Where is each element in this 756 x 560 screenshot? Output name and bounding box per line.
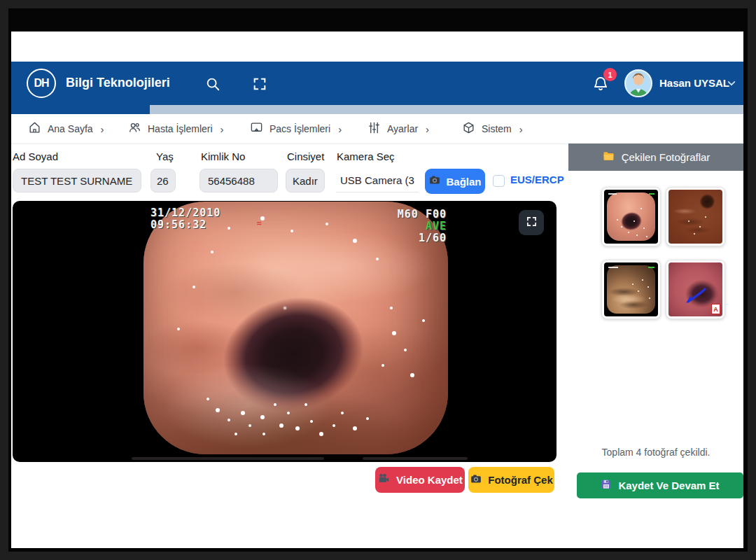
video-bottom-bar <box>363 457 468 460</box>
home-icon <box>28 121 41 136</box>
camera-select[interactable] <box>336 169 419 192</box>
age-label: Yaş <box>156 150 174 162</box>
video-bottom-bar <box>132 457 324 460</box>
record-video-button[interactable]: Video Kaydet <box>375 467 465 493</box>
brand-title: Bilgi Teknolojileri <box>66 76 170 90</box>
camera-icon <box>428 175 441 188</box>
take-photo-button[interactable]: Fotoğraf Çek <box>468 467 554 493</box>
connect-button[interactable]: Bağlan <box>425 169 485 194</box>
fullscreen-icon[interactable] <box>252 76 267 92</box>
nav-label: Pacs İşlemleri <box>270 123 330 134</box>
id-label: Kimlik No <box>201 150 245 162</box>
video-ave: AVE <box>398 220 447 232</box>
nav-item-ana-sayfa[interactable]: Ana Sayfa › <box>28 114 104 144</box>
nav-item-sistem[interactable]: Sistem › <box>462 114 523 144</box>
age-field[interactable] <box>150 169 176 192</box>
folder-icon <box>602 150 615 164</box>
eus-ercp-checkbox[interactable] <box>493 175 505 187</box>
nav-label: Hasta İşlemleri <box>148 123 213 134</box>
id-field[interactable] <box>200 169 278 192</box>
nav-chevron-icon: › <box>426 123 429 135</box>
notification-badge: 1 <box>603 68 617 81</box>
video-status-overlay: M60 F00 AVE 1/60 <box>398 209 447 244</box>
nav-chevron-icon: › <box>338 123 342 135</box>
photo-count-caption: Toplam 4 fotoğraf çekildi. <box>568 447 743 458</box>
nav-item-hasta-islemleri[interactable]: Hasta İşlemleri › <box>128 114 224 144</box>
video-mode: M60 F00 <box>398 209 447 220</box>
nav-chevron-icon: › <box>101 123 104 135</box>
photo-thumbnail-4[interactable]: A <box>666 260 725 319</box>
nav-label: Ayarlar <box>387 123 418 134</box>
patients-icon <box>128 121 141 136</box>
endoscopy-photo-3 <box>604 262 658 316</box>
monitor-icon <box>250 121 263 136</box>
main-nav: Ana Sayfa › Hasta İşlemleri › Pacs İşlem… <box>11 114 743 144</box>
nav-chevron-icon: › <box>519 123 523 135</box>
captured-photos-header: Çekilen Fotoğraflar <box>568 144 743 171</box>
nav-label: Sistem <box>482 123 512 134</box>
camera-icon <box>470 474 482 486</box>
captured-photos-title: Çekilen Fotoğraflar <box>622 151 710 163</box>
user-avatar[interactable] <box>624 69 652 97</box>
horizontal-scrollbar[interactable] <box>11 105 743 114</box>
camera-label: Kamera Seç <box>337 150 395 162</box>
captured-photos-panel: Çekilen Fotoğraflar <box>568 144 743 548</box>
video-timestamp: 31/12/2010 09:56:32 <box>150 207 220 231</box>
endoscopy-photo-1 <box>604 190 658 244</box>
photo-marker-badge: A <box>711 304 720 314</box>
video-ratio: 1/60 <box>398 232 447 244</box>
video-camera-icon <box>377 473 391 486</box>
nav-item-pacs-islemleri[interactable]: Pacs İşlemleri › <box>250 114 342 144</box>
name-field[interactable] <box>13 169 141 192</box>
user-name[interactable]: Hasan UYSAL <box>659 77 729 89</box>
gender-label: Cinsiyet <box>287 150 324 162</box>
take-photo-label: Fotoğraf Çek <box>488 474 553 486</box>
scrollbar-thumb[interactable] <box>11 105 150 114</box>
save-and-continue-button[interactable]: Kaydet Ve Devam Et <box>577 472 743 498</box>
nav-item-ayarlar[interactable]: Ayarlar › <box>368 114 429 144</box>
nav-chevron-icon: › <box>220 123 224 135</box>
sliders-icon <box>368 121 381 136</box>
app-header: DH Bilgi Teknolojileri 1 Hasan UYSAL <box>11 62 743 105</box>
expand-icon <box>526 216 538 230</box>
floppy-disk-icon <box>601 479 612 492</box>
endoscopy-photo-4: A <box>668 262 722 316</box>
photo-thumbnail-2[interactable] <box>666 187 725 246</box>
nav-label: Ana Sayfa <box>48 123 93 134</box>
record-video-label: Video Kaydet <box>396 474 463 486</box>
video-time: 09:56:32 <box>150 219 220 231</box>
connect-button-label: Bağlan <box>446 176 481 188</box>
gender-field[interactable] <box>286 169 325 192</box>
name-label: Ad Soyad <box>13 150 58 162</box>
package-icon <box>462 121 475 136</box>
photo-thumbnail-3[interactable] <box>601 260 661 319</box>
eus-ercp-label[interactable]: EUS/ERCP <box>510 174 564 186</box>
video-fullscreen-button[interactable] <box>519 210 544 235</box>
search-icon[interactable] <box>205 76 220 92</box>
video-date: 31/12/2010 <box>150 207 220 219</box>
chevron-down-icon[interactable] <box>727 78 736 91</box>
red-annotation-mark: ≈ <box>256 218 262 229</box>
logo-text: DH <box>34 77 48 90</box>
notification-bell-icon[interactable]: 1 <box>592 74 610 94</box>
photo-thumbnail-1[interactable] <box>601 187 661 246</box>
foam-bubbles <box>163 364 331 448</box>
endoscopy-photo-2 <box>668 190 722 244</box>
save-and-continue-label: Kaydet Ve Devam Et <box>618 479 719 491</box>
endoscopy-video-feed: ≈ 31/12/2010 09:56:32 M60 F00 AVE 1/60 <box>13 201 556 462</box>
app-page: DH Bilgi Teknolojileri 1 Hasan UYSAL <box>11 31 743 548</box>
app-logo[interactable]: DH <box>27 69 56 98</box>
